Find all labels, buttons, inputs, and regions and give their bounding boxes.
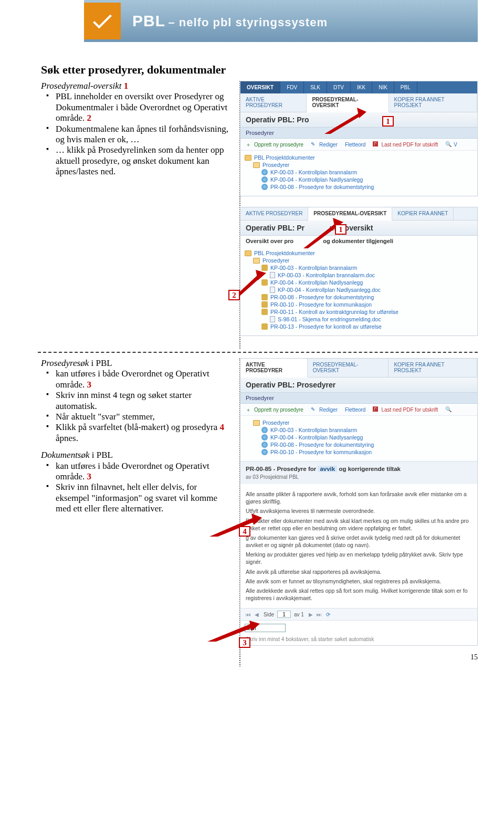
subhead-1: Prosedyremal-oversikt [41,81,122,91]
subtab-active[interactable]: AKTIVE PROSEDYRER [240,93,307,112]
page-label: Side [264,612,274,617]
pdf-icon: 🅿 [373,141,379,148]
desc-p4: g av dokumenter kan gjøres ved å skrive … [246,534,472,549]
arrow-3 [207,621,260,642]
p2a-b1: kan utføres i både Overordnet og Operati… [56,369,209,389]
tree-root[interactable]: PBL Prosjektdokumenter [254,154,315,161]
desc-p6: Alle avvik på utførelse skal rapporteres… [246,568,472,575]
ss2-n1d[interactable]: KP-00-03 - Kontrollplan brannalarm.doc [278,272,375,278]
ss2-n1[interactable]: KP-00-03 - Kontrollplan brannalarm [270,265,357,271]
subtab-active-2[interactable]: AKTIVE PROSEDYRER [240,207,308,220]
brand-text: PBL [132,12,165,29]
p1-b1-num: 2 [87,113,91,123]
plus-icon: ＋ [246,406,252,413]
tab-fdv[interactable]: FDV [280,81,304,93]
subtab-kopier-2[interactable]: KOPIER FRA ANNET [392,207,454,220]
ss2-folder[interactable]: Prosedyrer [262,257,289,264]
search-hint: Skriv inn minst 4 bokstaver, så starter … [240,635,477,645]
tab-oversikt[interactable]: OVERSIKT [240,81,280,93]
ss3-i4[interactable]: PR-00-10 - Prosedyre for kommunikasjon [270,449,372,455]
btn-search-3[interactable]: 🔍 [445,406,452,413]
subhead-2a: Prosedyresøk [41,358,89,368]
btn-pdf-3[interactable]: 🅿Last ned PDF for utskrift [373,406,438,413]
page-input[interactable] [277,611,291,618]
ss3-folder[interactable]: Prosedyrer [262,419,289,426]
btn-merge[interactable]: Fletteord [345,142,365,148]
ss2-n4[interactable]: PR-00-10 - Prosedyre for kommunikasjon [270,301,372,308]
ss3-i2[interactable]: KP-00-04 - Kontrollplan Nødlysanlegg [270,434,363,441]
section-divider [38,352,478,353]
tab-ikk[interactable]: IKK [351,81,372,93]
p1-b2a: Dokumentmalene kan åpnes til forhåndsvis… [56,124,233,145]
ss2-n5[interactable]: PR-00-11 - Kontroll av kontraktgrunnlag … [270,309,398,315]
desc-p5: Merking av produkter gjøres ved hjelp av… [246,551,472,565]
page-number: 15 [470,653,478,662]
btn-edit[interactable]: ✎Rediger [311,141,338,148]
ss2-root[interactable]: PBL Prosjektdokumenter [254,250,315,256]
p2a-b3: Når aktuelt "svar" stemmer, [56,412,233,422]
next-page-icon[interactable]: ▶ [307,612,314,617]
ss3-i1[interactable]: KP-00-03 - Kontrollplan brannalarm [270,427,357,433]
svg-marker-7 [251,513,262,525]
subhead-1-num: 1 [124,81,129,91]
ss2-n3[interactable]: PR-00-08 - Prosedyre for dokumentstyring [270,294,374,300]
btn-new-3[interactable]: ＋Opprett ny prosedyre [246,406,303,413]
brand-tagline: – nelfo pbl styringssystem [168,16,328,29]
tab-nik[interactable]: NIK [372,81,394,93]
btn-new[interactable]: ＋Opprett ny prosedyre [246,141,303,148]
desc-p8: Alle avdekkede avvik skal rettes opp så … [246,587,472,602]
page-title: Søk etter prosedyrer, dokumentmaler [41,63,478,77]
pager: ⏮◀ Side av 1 ▶⏭ ⟳ [240,608,477,620]
callout-3: 3 [239,637,250,648]
highlight-term: avvik [318,466,337,472]
screenshot-3: AKTIVE PROSEDYRER PROSEDYREMAL-OVERSIKT … [240,358,478,646]
tree-i1[interactable]: KP-00-03 - Kontrollplan brannalarm [270,169,357,175]
subtab3-mal[interactable]: PROSEDYREMAL-OVERSIKT [308,359,389,377]
tree-i3[interactable]: PR-00-08 - Prosedyre for dokumentstyring [270,184,374,190]
search-icon: 🔍 [445,406,452,413]
prev-page-icon[interactable]: ◀ [253,612,260,617]
ss3-sourceline: av 03 Prosjektmal PBL [246,474,472,480]
refresh-icon[interactable]: ⟳ [326,612,330,617]
callout-2: 2 [228,290,240,300]
ss2-n2[interactable]: KP-00-04 - Kontrollplan Nødlysanlegg [270,279,363,286]
ss3-title: Operativ PBL: Prosedyrer [240,377,477,393]
arrow-4 [209,513,262,537]
desc-p7: Alle avvik som er funnet av tilsynsmyndi… [246,578,472,585]
tab-pbl[interactable]: PBL [394,81,417,93]
ss2-n6[interactable]: PR-00-13 - Prosedyre for kontroll av utf… [270,323,382,330]
btn-edit-3[interactable]: ✎Rediger [311,406,338,413]
search-icon: 🔍 [445,141,452,148]
subtab3-kopier[interactable]: KOPIER FRA ANNET PROSJEKT [388,359,477,377]
btn-pdf[interactable]: 🅿Last ned PDF for utskrift [373,141,438,148]
last-page-icon[interactable]: ⏭ [316,612,323,617]
p2b-b2: Skriv inn filnavnet, helt eller delvis, … [56,482,233,514]
desc-p1: Alle ansatte plikter å rapportere avvik,… [246,490,472,505]
p2b-b1: kan utføres i både Overordnet og Operati… [56,461,209,481]
plus-icon: ＋ [246,141,252,148]
subhead-2b: Dokumentsøk [41,450,90,460]
ss2-sub-a: Oversikt over pro [246,238,293,244]
subtab-kopier[interactable]: KOPIER FRA ANNET PROSJEKT [389,93,477,112]
btn-merge-3[interactable]: Fletteord [345,407,365,413]
first-page-icon[interactable]: ⏮ [245,612,252,617]
ss2-n5d[interactable]: S-98-01 - Skjema for endringsmelding.doc [278,316,381,322]
screenshot-2: AKTIVE PROSEDYRER PROSEDYREMAL-OVERSIKT … [240,207,478,336]
ss1-title: Operativ PBL: Pro [246,116,309,124]
subtab3-active[interactable]: AKTIVE PROSEDYRER [240,359,308,377]
ss2-n2d[interactable]: KP-00-04 - Kontrollplan Nødlysanlegg.doc [278,287,381,293]
callout-4: 4 [239,526,250,537]
tree-folder[interactable]: Prosedyrer [262,162,289,168]
ss3-i3[interactable]: PR-00-08 - Prosedyre for dokumentstyring [270,442,374,448]
pencil-icon: ✎ [311,141,317,148]
p1-b2b: … klikk på Prosedyrelinken som da henter… [56,145,233,177]
tree-i2[interactable]: KP-00-04 - Kontrollplan Nødlysanlegg [270,176,363,183]
header-banner: PBL – nelfo pbl styringssystem [84,0,478,42]
svg-marker-2 [303,222,339,248]
tab-dtv[interactable]: DTV [327,81,351,93]
ss3-subbar: Prosedyrer [240,393,477,404]
tab-slk[interactable]: SLK [304,81,327,93]
callout-1a: 1 [382,116,394,127]
btn-search[interactable]: 🔍V [445,141,457,148]
svg-marker-9 [249,621,260,631]
